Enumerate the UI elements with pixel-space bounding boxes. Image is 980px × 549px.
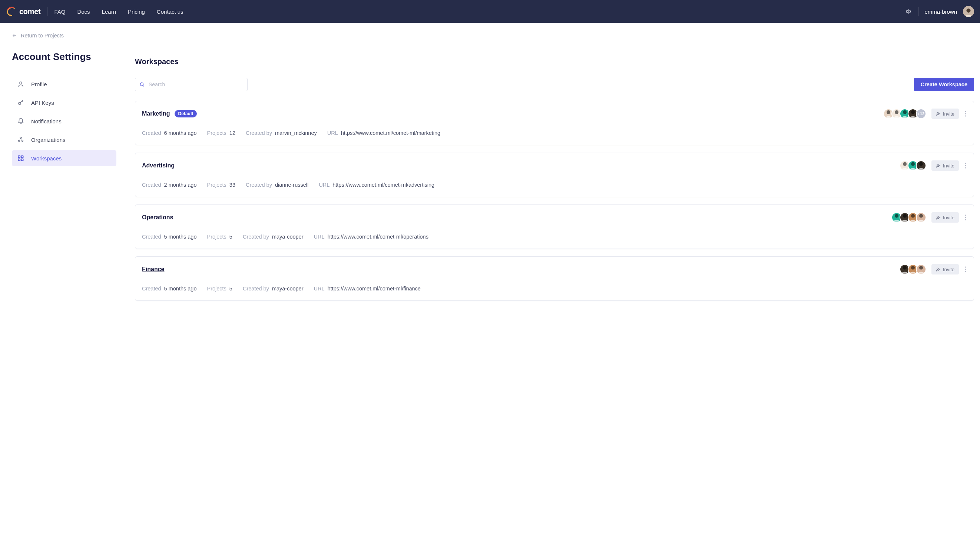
workspace-name-link[interactable]: Marketing: [142, 110, 170, 117]
meta-value-created: 6 months ago: [164, 130, 197, 136]
svg-rect-9: [18, 155, 20, 157]
member-avatar-overflow[interactable]: +12: [916, 108, 926, 119]
sidebar: Return to Projects Account Settings Prof…: [0, 23, 123, 316]
svg-point-4: [20, 82, 22, 84]
svg-point-35: [965, 217, 966, 218]
svg-rect-12: [22, 159, 23, 161]
member-avatar[interactable]: [916, 212, 926, 223]
svg-point-34: [965, 214, 966, 216]
meta-label-projects: Projects: [207, 182, 226, 188]
meta-value-url: https://www.comet.ml/comet-ml/marketing: [341, 130, 440, 136]
sidebar-item-profile[interactable]: Profile: [12, 76, 116, 92]
meta-value-created-by: maya-cooper: [272, 234, 304, 240]
svg-point-29: [895, 214, 899, 218]
workspace-card: Finance Invite Created5 months ago Proje…: [135, 256, 974, 301]
svg-point-33: [937, 216, 939, 217]
meta-label-projects: Projects: [207, 234, 226, 240]
svg-point-22: [903, 162, 907, 166]
meta-label-created: Created: [142, 286, 161, 292]
main-content: Workspaces Create Workspace Marketing De…: [123, 23, 980, 316]
nav-link-docs[interactable]: Docs: [77, 8, 90, 15]
workspace-list: Marketing Default +12 Invite Created6 mo…: [135, 101, 974, 301]
more-menu-icon[interactable]: [964, 163, 967, 168]
user-plus-icon: [936, 163, 941, 168]
username-label[interactable]: emma-brown: [924, 8, 957, 15]
workspace-name-link[interactable]: Advertising: [142, 162, 175, 169]
search-wrap: [135, 78, 248, 91]
svg-point-13: [140, 83, 143, 86]
workspace-card: Advertising Invite Created2 months ago P…: [135, 152, 974, 197]
meta-value-created: 2 months ago: [164, 182, 197, 188]
sidebar-item-workspaces[interactable]: Workspaces: [12, 150, 116, 166]
svg-point-0: [9, 14, 10, 14]
search-input[interactable]: [135, 78, 248, 91]
nav-link-faq[interactable]: FAQ: [54, 8, 65, 15]
workspace-card: Marketing Default +12 Invite Created6 mo…: [135, 101, 974, 145]
invite-button[interactable]: Invite: [931, 160, 959, 171]
member-avatar[interactable]: [916, 160, 926, 171]
nav-link-learn[interactable]: Learn: [102, 8, 116, 15]
nav-link-contact[interactable]: Contact us: [157, 8, 183, 15]
top-nav: comet FAQ Docs Learn Pricing Contact us …: [0, 0, 980, 23]
bell-icon: [17, 117, 24, 125]
svg-point-31: [911, 214, 915, 218]
workspace-name-link[interactable]: Operations: [142, 214, 173, 221]
workspace-name-link[interactable]: Finance: [142, 266, 164, 273]
svg-point-42: [965, 268, 966, 270]
member-avatar[interactable]: [916, 264, 926, 274]
meta-label-created-by: Created by: [243, 286, 269, 292]
member-avatars: [900, 264, 926, 274]
invite-button[interactable]: Invite: [931, 108, 959, 119]
sidebar-item-api-keys[interactable]: API Keys: [12, 94, 116, 111]
svg-point-5: [19, 102, 21, 105]
meta-label-created: Created: [142, 182, 161, 188]
more-menu-icon[interactable]: [964, 111, 967, 117]
sidebar-item-label: API Keys: [31, 100, 54, 106]
meta-value-projects: 5: [229, 286, 232, 292]
svg-point-1: [10, 15, 11, 16]
sidebar-item-label: Workspaces: [31, 155, 62, 162]
svg-point-36: [965, 219, 966, 220]
divider: [47, 7, 48, 16]
default-badge: Default: [175, 110, 197, 117]
meta-value-url: https://www.comet.ml/comet-ml/finance: [328, 286, 421, 292]
nav-link-pricing[interactable]: Pricing: [128, 8, 145, 15]
svg-point-32: [919, 214, 923, 218]
user-avatar[interactable]: [963, 6, 974, 17]
meta-value-created-by: dianne-russell: [275, 182, 309, 188]
svg-rect-10: [22, 155, 23, 157]
meta-label-created-by: Created by: [243, 234, 269, 240]
meta-label-url: URL: [314, 286, 325, 292]
meta-value-projects: 12: [229, 130, 235, 136]
more-menu-icon[interactable]: [964, 267, 967, 272]
divider: [918, 7, 918, 16]
meta-label-url: URL: [314, 234, 325, 240]
announcements-icon[interactable]: [905, 8, 912, 15]
create-workspace-button[interactable]: Create Workspace: [914, 78, 974, 91]
invite-button[interactable]: Invite: [931, 212, 959, 223]
invite-button[interactable]: Invite: [931, 264, 959, 274]
sidebar-item-organizations[interactable]: Organizations: [12, 132, 116, 148]
meta-value-created-by: maya-cooper: [272, 286, 304, 292]
svg-point-15: [895, 110, 899, 114]
org-icon: [17, 136, 24, 143]
meta-value-projects: 33: [229, 182, 235, 188]
sidebar-item-notifications[interactable]: Notifications: [12, 113, 116, 129]
page-title: Account Settings: [12, 51, 116, 63]
svg-point-19: [965, 111, 966, 112]
nav-right: emma-brown: [905, 6, 974, 17]
settings-nav: Profile API Keys Notifications Organizat…: [12, 76, 116, 166]
svg-point-41: [965, 267, 966, 267]
return-label: Return to Projects: [21, 33, 64, 38]
comet-logo-icon: [6, 6, 16, 17]
meta-label-created-by: Created by: [246, 130, 272, 136]
return-to-projects-link[interactable]: Return to Projects: [12, 33, 116, 38]
meta-value-created-by: marvin_mckinney: [275, 130, 317, 136]
meta-value-created: 5 months ago: [164, 286, 197, 292]
controls-row: Create Workspace: [135, 78, 974, 91]
brand[interactable]: comet: [6, 6, 47, 17]
meta-value-url: https://www.comet.ml/comet-ml/advertisin…: [332, 182, 434, 188]
workspaces-heading: Workspaces: [135, 57, 974, 66]
svg-point-14: [886, 110, 890, 114]
more-menu-icon[interactable]: [964, 214, 967, 221]
